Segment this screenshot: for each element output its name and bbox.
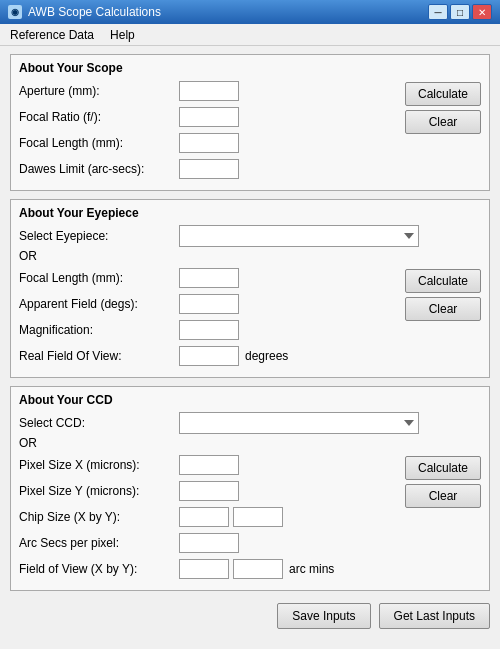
ccd-chip-size-row: Chip Size (X by Y): [19,506,389,528]
scope-section: About Your Scope Aperture (mm): Focal Ra… [10,54,490,191]
eyepiece-select-label: Select Eyepiece: [19,229,179,243]
eyepiece-apparent-field-label: Apparent Field (degs): [19,297,179,311]
eyepiece-focal-length-row: Focal Length (mm): [19,267,389,289]
ccd-chip-size-label: Chip Size (X by Y): [19,510,179,524]
ccd-pixel-x-input[interactable] [179,455,239,475]
eyepiece-real-fov-row: Real Field Of View: degrees [19,345,389,367]
scope-section-header: About Your Scope [19,61,481,75]
ccd-pixel-x-row: Pixel Size X (microns): [19,454,389,476]
ccd-arc-secs-label: Arc Secs per pixel: [19,536,179,550]
ccd-fov-row: Field of View (X by Y): arc mins [19,558,389,580]
ccd-chip-y-input[interactable] [233,507,283,527]
eyepiece-magnification-input[interactable] [179,320,239,340]
window-title: AWB Scope Calculations [28,5,161,19]
scope-dawes-label: Dawes Limit (arc-secs): [19,162,179,176]
eyepiece-section-header: About Your Eyepiece [19,206,481,220]
eyepiece-fov-suffix: degrees [245,349,288,363]
eyepiece-or-text: OR [19,249,481,263]
eyepiece-calculate-button[interactable]: Calculate [405,269,481,293]
ccd-pixel-y-row: Pixel Size Y (microns): [19,480,389,502]
ccd-section: About Your CCD Select CCD: OR Pixel Size… [10,386,490,591]
save-inputs-button[interactable]: Save Inputs [277,603,370,629]
bottom-bar: Save Inputs Get Last Inputs [10,599,490,631]
ccd-or-text: OR [19,436,481,450]
eyepiece-apparent-field-row: Apparent Field (degs): [19,293,389,315]
ccd-select-dropdown[interactable] [179,412,419,434]
eyepiece-real-fov-label: Real Field Of View: [19,349,179,363]
get-last-inputs-button[interactable]: Get Last Inputs [379,603,490,629]
ccd-chip-x-input[interactable] [179,507,229,527]
eyepiece-real-fov-input[interactable] [179,346,239,366]
eyepiece-magnification-row: Magnification: [19,319,389,341]
scope-focal-length-row: Focal Length (mm): [19,132,389,154]
scope-focal-length-input[interactable] [179,133,239,153]
app-icon: ◉ [8,5,22,19]
ccd-fov-y-input[interactable] [233,559,283,579]
scope-aperture-input[interactable] [179,81,239,101]
ccd-section-header: About Your CCD [19,393,481,407]
ccd-calculate-button[interactable]: Calculate [405,456,481,480]
menu-help[interactable]: Help [106,26,139,44]
scope-clear-button[interactable]: Clear [405,110,481,134]
ccd-fov-suffix: arc mins [289,562,334,576]
scope-focal-ratio-row: Focal Ratio (f/): [19,106,389,128]
close-button[interactable]: ✕ [472,4,492,20]
scope-calculate-button[interactable]: Calculate [405,82,481,106]
ccd-fov-label: Field of View (X by Y): [19,562,179,576]
scope-focal-ratio-input[interactable] [179,107,239,127]
eyepiece-section: About Your Eyepiece Select Eyepiece: OR … [10,199,490,378]
scope-focal-ratio-label: Focal Ratio (f/): [19,110,179,124]
ccd-clear-button[interactable]: Clear [405,484,481,508]
menu-bar: Reference Data Help [0,24,500,46]
scope-dawes-input[interactable] [179,159,239,179]
scope-aperture-label: Aperture (mm): [19,84,179,98]
ccd-pixel-x-label: Pixel Size X (microns): [19,458,179,472]
ccd-fov-x-input[interactable] [179,559,229,579]
ccd-select-label: Select CCD: [19,416,179,430]
maximize-button[interactable]: □ [450,4,470,20]
ccd-pixel-y-label: Pixel Size Y (microns): [19,484,179,498]
eyepiece-select-dropdown[interactable] [179,225,419,247]
scope-dawes-row: Dawes Limit (arc-secs): [19,158,389,180]
eyepiece-focal-length-input[interactable] [179,268,239,288]
title-bar: ◉ AWB Scope Calculations ─ □ ✕ [0,0,500,24]
scope-focal-length-label: Focal Length (mm): [19,136,179,150]
ccd-arc-secs-row: Arc Secs per pixel: [19,532,389,554]
eyepiece-magnification-label: Magnification: [19,323,179,337]
ccd-arc-secs-input[interactable] [179,533,239,553]
minimize-button[interactable]: ─ [428,4,448,20]
eyepiece-clear-button[interactable]: Clear [405,297,481,321]
menu-reference-data[interactable]: Reference Data [6,26,98,44]
ccd-pixel-y-input[interactable] [179,481,239,501]
scope-aperture-row: Aperture (mm): [19,80,389,102]
eyepiece-apparent-field-input[interactable] [179,294,239,314]
eyepiece-focal-length-label: Focal Length (mm): [19,271,179,285]
